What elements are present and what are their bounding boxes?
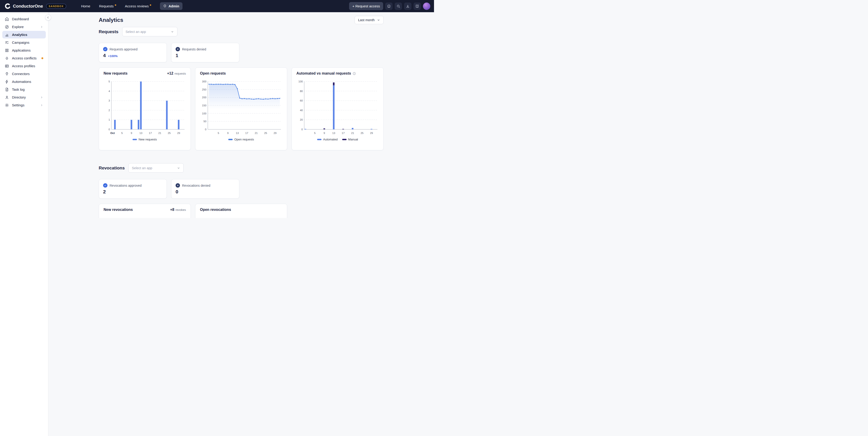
admin-button[interactable]: Admin <box>160 2 183 10</box>
chart-title: New requests <box>103 71 127 76</box>
sidebar-item-label: Campaigns <box>12 40 29 45</box>
svg-text:29: 29 <box>274 132 277 135</box>
chart-title: Open revocations <box>200 208 231 212</box>
sidebar-item-label: Dashboard <box>12 17 29 21</box>
legend-item-manual: Manual <box>342 138 358 141</box>
app-select-placeholder: Select an app <box>132 166 152 170</box>
svg-text:17: 17 <box>149 132 152 135</box>
sidebar-item-task-log[interactable]: Task log <box>2 86 46 93</box>
app-select-placeholder: Select an app <box>126 30 146 34</box>
chart-card-auto-vs-manual: Automated vs manual requests020406080100… <box>291 67 383 150</box>
svg-text:250: 250 <box>202 88 207 91</box>
info-icon[interactable] <box>352 72 356 75</box>
sidebar-item-access-conflicts[interactable]: Access conflicts <box>2 54 46 62</box>
brand-name: ConductorOne <box>13 4 43 9</box>
legend-swatch <box>317 139 321 140</box>
top-nav: HomeRequestsAccess reviews <box>81 4 151 8</box>
svg-text:13: 13 <box>332 132 335 135</box>
chevron-down-icon <box>177 167 180 170</box>
legend-swatch <box>342 139 346 140</box>
alert-dot <box>41 57 43 59</box>
command-bar-icon <box>387 4 391 8</box>
sidebar-item-label: Task log <box>12 87 25 91</box>
brand[interactable]: ConductorOne SANDBOX <box>5 3 66 9</box>
sidebar: DashboardExploreAnalyticsCampaignsApplic… <box>0 12 48 218</box>
stat-delta: +100% <box>108 54 118 58</box>
top-nav-requests[interactable]: Requests <box>99 4 116 8</box>
conductorone-logo-icon <box>5 3 11 9</box>
svg-text:17: 17 <box>342 132 345 135</box>
chart-legend: New requests <box>103 138 186 141</box>
user-avatar[interactable] <box>423 3 430 10</box>
applications-icon <box>5 48 9 53</box>
chevron-right-icon <box>40 104 43 107</box>
svg-text:21: 21 <box>158 132 161 135</box>
svg-text:150: 150 <box>202 104 207 107</box>
docs-book-button[interactable] <box>413 3 421 10</box>
svg-text:0: 0 <box>108 128 110 131</box>
legend-item-open-requests: Open requests <box>228 138 254 141</box>
notification-dot <box>115 4 116 6</box>
svg-text:13: 13 <box>236 132 239 135</box>
sidebar-item-analytics[interactable]: Analytics <box>2 31 46 38</box>
time-range-select[interactable]: Last month <box>354 16 383 24</box>
requests-section-title: Requests <box>99 29 119 34</box>
sidebar-item-access-profiles[interactable]: Access profiles <box>2 62 46 70</box>
stat-label: Requests approved <box>110 48 137 51</box>
profiles-icon <box>5 64 9 68</box>
svg-text:9: 9 <box>227 132 228 135</box>
sidebar-item-connectors[interactable]: Connectors <box>2 70 46 78</box>
chart-card-open-revocations: Open revocations <box>195 204 287 218</box>
svg-text:17: 17 <box>245 132 248 135</box>
sidebar-item-applications[interactable]: Applications <box>2 47 46 54</box>
svg-text:100: 100 <box>299 80 303 83</box>
stat-label: Requests denied <box>182 48 206 51</box>
sidebar-item-directory[interactable]: Directory <box>2 93 46 101</box>
revocations-app-select[interactable]: Select an app <box>128 163 184 173</box>
topbar: ConductorOne SANDBOX HomeRequestsAccess … <box>0 0 434 12</box>
stat-card-requests-denied: Requests denied 1 <box>171 43 239 62</box>
search-button[interactable] <box>395 3 402 10</box>
sidebar-item-campaigns[interactable]: Campaigns <box>2 39 46 46</box>
svg-text:200: 200 <box>202 96 207 99</box>
download-button[interactable] <box>404 3 411 10</box>
legend-item-automated: Automated <box>317 138 338 141</box>
requests-charts-row: New requests+12requests012345Oct59131721… <box>99 67 383 150</box>
chart-total-badge: +8revokes <box>170 208 186 212</box>
main-content: Analytics Last month Requests Select an … <box>48 12 434 218</box>
top-nav-home[interactable]: Home <box>81 4 90 8</box>
chart-title: Automated vs manual requests <box>297 71 356 76</box>
svg-text:25: 25 <box>264 132 267 135</box>
revocations-charts-row: New revocations+8revokesOpen revocations <box>99 204 383 218</box>
requests-stats-row: Requests approved 4+100% Requests denied… <box>99 43 383 62</box>
svg-text:25: 25 <box>168 132 171 135</box>
requests-app-select[interactable]: Select an app <box>122 27 178 36</box>
chart-legend: AutomatedManual <box>297 138 379 141</box>
compass-icon <box>5 25 9 29</box>
stat-value: 1 <box>176 53 178 58</box>
sidebar-collapse-button[interactable] <box>45 14 51 21</box>
legend-item-new-requests: New requests <box>132 138 157 141</box>
request-access-button[interactable]: + Request access <box>349 2 383 10</box>
svg-text:0: 0 <box>302 128 303 131</box>
sidebar-item-automations[interactable]: Automations <box>2 78 46 85</box>
chart-legend: Open requests <box>200 138 282 141</box>
top-nav-access-reviews[interactable]: Access reviews <box>125 4 151 8</box>
tasklog-icon <box>5 87 9 92</box>
sidebar-item-label: Automations <box>12 80 31 84</box>
svg-text:25: 25 <box>361 132 364 135</box>
sidebar-item-label: Access profiles <box>12 64 35 68</box>
chart-title: Open requests <box>200 71 226 76</box>
svg-text:100: 100 <box>202 112 207 115</box>
svg-text:21: 21 <box>255 132 258 135</box>
sidebar-item-label: Explore <box>12 25 24 29</box>
svg-text:2: 2 <box>108 109 110 112</box>
svg-text:20: 20 <box>300 118 303 121</box>
sidebar-item-dashboard[interactable]: Dashboard <box>2 15 46 23</box>
check-circle-icon <box>103 183 107 187</box>
chart-plot-open-requests: 050100150200250300591317212529 <box>200 78 283 136</box>
sidebar-item-explore[interactable]: Explore <box>2 23 46 31</box>
command-bar-button[interactable] <box>385 3 393 10</box>
sidebar-item-settings[interactable]: Settings <box>2 101 46 109</box>
chevron-down-icon <box>171 30 174 33</box>
